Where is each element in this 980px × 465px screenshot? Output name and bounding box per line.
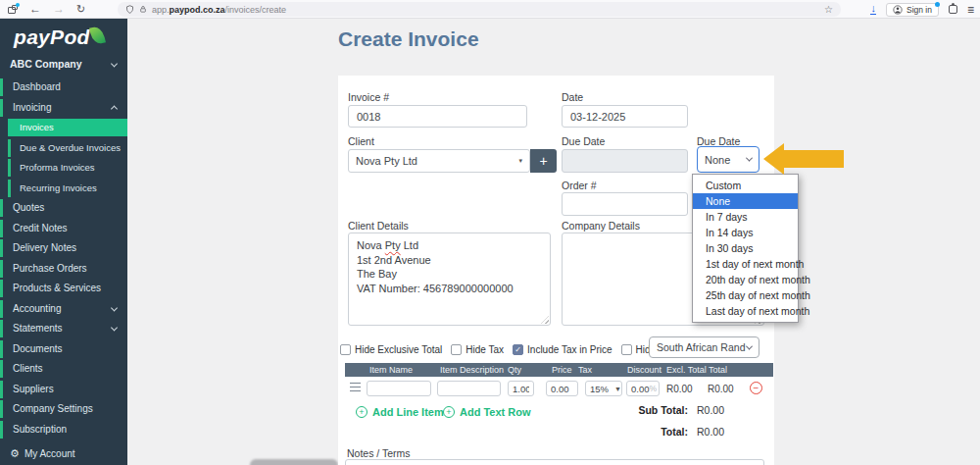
sidebar-item-documents[interactable]: Documents — [0, 340, 127, 358]
downloads-icon[interactable]: ↓ — [870, 4, 876, 15]
client-details-line1: Nova Pty Ltd — [357, 238, 542, 253]
option-in-14-days[interactable]: In 14 days — [693, 225, 798, 240]
sidebar: payPod ABC Company Dashboard Invoicing I… — [0, 19, 127, 465]
sidebar-item-invoicing[interactable]: Invoicing — [0, 99, 127, 117]
app-logo: payPod — [0, 19, 127, 53]
sidebar-item-accounting[interactable]: Accounting — [0, 300, 127, 318]
add-text-row-button[interactable]: + Add Text Row — [443, 406, 531, 418]
chevron-down-icon — [111, 60, 118, 67]
sidebar-item-company-settings[interactable]: Company Settings — [0, 400, 127, 418]
due-date-preset-select[interactable]: None — [697, 146, 760, 173]
invoice-number-label: Invoice # — [348, 91, 389, 103]
client-details-label: Client Details — [348, 220, 409, 232]
total-value: R0.00 — [697, 426, 724, 438]
background-shadow — [250, 459, 338, 465]
client-details-textarea[interactable]: Nova Pty Ltd 1st 2nd Avenue The Bay VAT … — [348, 232, 551, 326]
arrow-head — [763, 143, 784, 175]
back-icon[interactable]: ← — [29, 0, 41, 19]
col-total: Total — [709, 365, 727, 375]
reload-icon[interactable]: ↻ — [76, 0, 85, 19]
option-20th-day-next-month[interactable]: 20th day of next month — [693, 272, 798, 287]
sidebar-item-due-overdue-invoices[interactable]: Due & Overdue Invoices — [8, 139, 127, 157]
client-details-line4: VAT Number: 456789000000000 — [357, 282, 542, 296]
option-1st-day-next-month[interactable]: 1st day of next month — [693, 256, 798, 272]
plus-circle-icon: + — [356, 406, 368, 418]
sub-total-label: Sub Total: — [638, 404, 688, 416]
tax-select[interactable]: 15%▼ — [585, 381, 622, 396]
option-last-day-next-month[interactable]: Last day of next month — [693, 303, 798, 319]
add-line-item-button[interactable]: + Add Line Item — [356, 406, 444, 418]
sidebar-item-purchase-orders[interactable]: Purchase Orders — [0, 260, 127, 278]
option-none-selected[interactable]: None — [693, 193, 798, 209]
extension-icon[interactable] — [949, 5, 957, 14]
resize-handle[interactable] — [541, 316, 549, 324]
col-item-description: Item Description — [440, 365, 504, 375]
menu-icon[interactable]: ≡ — [967, 3, 974, 17]
sub-total-value: R0.00 — [697, 404, 724, 416]
sidebar-item-proforma-invoices[interactable]: Proforma Invoices — [8, 159, 127, 177]
shield-icon — [125, 5, 134, 14]
option-custom[interactable]: Custom — [693, 178, 798, 193]
invoice-form-panel: Invoice # Date Client Nova Pty Ltd▾ + Du… — [338, 76, 774, 465]
col-item-name: Item Name — [369, 365, 413, 375]
company-name: ABC Company — [10, 58, 82, 70]
due-date-options-list: Custom None In 7 days In 14 days In 30 d… — [692, 174, 799, 323]
dropdown-arrow-icon: ▾ — [518, 157, 522, 165]
include-tax-in-price-label: Include Tax in Price — [527, 344, 612, 355]
address-bar[interactable]: app.paypod.co.za/invoices/create ☆ — [118, 2, 841, 17]
total-label: Total: — [661, 426, 688, 438]
forward-icon: → — [53, 0, 65, 19]
sidebar-item-invoices[interactable]: Invoices — [8, 119, 127, 136]
qty-input[interactable] — [508, 381, 534, 396]
sidebar-item-products-services[interactable]: Products & Services — [0, 280, 127, 297]
company-selector[interactable]: ABC Company — [0, 53, 127, 76]
col-tax: Tax — [578, 365, 592, 375]
hide-discount-checkbox[interactable] — [621, 344, 632, 355]
include-tax-in-price-checkbox[interactable]: ✓ — [513, 344, 523, 355]
arrow-tail — [783, 150, 844, 168]
item-name-input[interactable] — [367, 381, 431, 396]
sidebar-item-quotes[interactable]: Quotes — [0, 199, 127, 217]
option-25th-day-next-month[interactable]: 25th day of next month — [693, 287, 798, 303]
drag-handle-icon[interactable] — [350, 383, 361, 394]
misspelled-word: Pty — [385, 239, 401, 251]
client-label: Client — [348, 135, 374, 147]
page-title: Create Invoice — [338, 27, 479, 51]
sidebar-item-dashboard[interactable]: Dashboard — [0, 78, 127, 96]
hide-tax-checkbox[interactable] — [451, 344, 462, 355]
sidebar-item-clients[interactable]: Clients — [0, 360, 127, 378]
notes-terms-textarea[interactable] — [345, 459, 764, 465]
price-input[interactable] — [546, 381, 578, 396]
notes-terms-label: Notes / Terms — [347, 447, 411, 459]
sidebar-item-delivery-notes[interactable]: Delivery Notes — [0, 239, 127, 257]
sidebar-item-suppliers[interactable]: Suppliers — [0, 381, 127, 398]
col-excl-total: Excl. Total — [666, 365, 707, 375]
invoice-options-row: Hide Exclusive Total Hide Tax ✓Include T… — [340, 338, 697, 360]
sidebar-item-credit-notes[interactable]: Credit Notes — [0, 220, 127, 237]
item-description-input[interactable] — [437, 381, 501, 396]
client-select[interactable]: Nova Pty Ltd▾ — [348, 149, 530, 173]
order-number-input[interactable] — [562, 192, 688, 216]
sidebar-item-recurring-invoices[interactable]: Recurring Invoices — [8, 180, 127, 197]
add-client-button[interactable]: + — [530, 149, 557, 173]
option-in-7-days[interactable]: In 7 days — [693, 209, 798, 225]
discount-input[interactable]: 0.00 % — [626, 381, 660, 396]
remove-row-icon[interactable]: − — [750, 382, 762, 394]
sidebar-item-statements[interactable]: Statements — [0, 320, 127, 337]
invoice-number-input[interactable] — [348, 105, 527, 128]
hide-exclusive-total-checkbox[interactable] — [340, 344, 351, 355]
tab-overview-icon[interactable] — [8, 5, 18, 14]
hide-exclusive-total-label: Hide Exclusive Total — [355, 344, 442, 355]
col-price: Price — [552, 365, 572, 375]
sidebar-item-subscription[interactable]: Subscription — [0, 421, 127, 439]
option-in-30-days[interactable]: In 30 days — [693, 240, 798, 256]
date-input[interactable] — [562, 105, 688, 128]
company-details-label: Company Details — [562, 220, 640, 232]
col-qty: Qty — [508, 365, 521, 375]
currency-select[interactable]: South African Rand — [649, 336, 760, 358]
bookmark-star-icon[interactable]: ☆ — [824, 4, 833, 15]
percent-suffix: % — [650, 384, 658, 393]
sidebar-item-my-account[interactable]: ⚙ My Account — [10, 447, 75, 460]
dropdown-arrow-icon: ▼ — [614, 386, 621, 392]
sign-in-button[interactable]: Sign in — [886, 3, 939, 17]
